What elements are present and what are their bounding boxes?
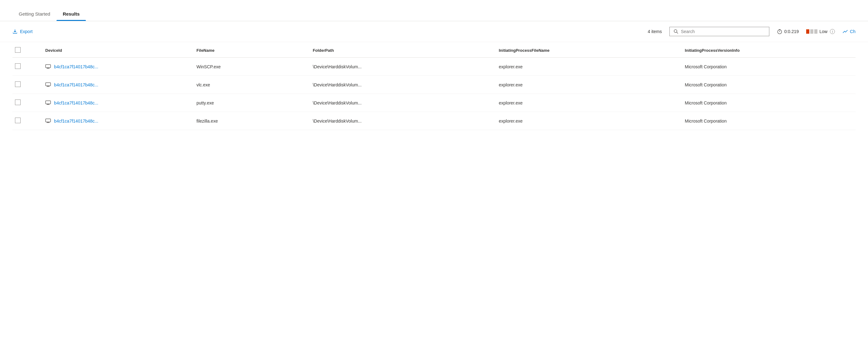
device-icon — [45, 82, 51, 87]
header-filename[interactable]: FileName — [193, 42, 309, 58]
header-folderpath[interactable]: FolderPath — [309, 42, 495, 58]
header-initiatingprocessfilename[interactable]: InitiatingProcessFileName — [495, 42, 681, 58]
row-filename-0: WinSCP.exe — [193, 58, 309, 76]
table-row: b4cf1ca7f14017b48c... vlc.exe \Device\Ha… — [12, 76, 856, 94]
table-row: b4cf1ca7f14017b48c... WinSCP.exe \Device… — [12, 58, 856, 76]
tab-bar: Getting Started Results — [0, 0, 868, 21]
device-link-1[interactable]: b4cf1ca7f14017b48c... — [54, 82, 98, 87]
table-container: DeviceId FileName FolderPath InitiatingP… — [0, 42, 868, 130]
row-deviceid-2: b4cf1ca7f14017b48c... — [41, 94, 193, 112]
header-deviceid[interactable]: DeviceId — [41, 42, 193, 58]
info-icon[interactable]: i — [830, 29, 835, 34]
search-input[interactable] — [681, 29, 765, 34]
row-checkbox-1[interactable] — [15, 81, 21, 87]
device-icon — [45, 64, 51, 69]
select-all-checkbox[interactable] — [15, 47, 21, 53]
device-link-2[interactable]: b4cf1ca7f14017b48c... — [54, 100, 98, 105]
device-link-3[interactable]: b4cf1ca7f14017b48c... — [54, 118, 98, 124]
device-icon — [45, 118, 51, 124]
row-checkbox-3[interactable] — [15, 117, 21, 123]
row-versioninfo-0: Microsoft Corporation — [681, 58, 856, 76]
row-checkbox-cell — [12, 94, 41, 112]
header-checkbox-cell — [12, 42, 41, 58]
severity-bars — [806, 29, 817, 34]
row-deviceid-3: b4cf1ca7f14017b48c... — [41, 112, 193, 130]
tab-getting-started[interactable]: Getting Started — [12, 7, 57, 21]
severity-bar-2 — [810, 29, 813, 34]
table-header-row: DeviceId FileName FolderPath InitiatingP… — [12, 42, 856, 58]
row-checkbox-cell — [12, 58, 41, 76]
row-deviceid-0: b4cf1ca7f14017b48c... — [41, 58, 193, 76]
table-row: b4cf1ca7f14017b48c... filezilla.exe \Dev… — [12, 112, 856, 130]
row-initiatingprocess-2: explorer.exe — [495, 94, 681, 112]
svg-rect-2 — [45, 65, 51, 68]
severity-bar-1 — [806, 29, 809, 34]
export-button[interactable]: Export — [12, 29, 32, 34]
severity-label: Low — [819, 29, 828, 34]
row-filename-2: putty.exe — [193, 94, 309, 112]
row-checkbox-cell — [12, 76, 41, 94]
row-checkbox-0[interactable] — [15, 63, 21, 69]
svg-rect-3 — [45, 83, 51, 86]
chart-button[interactable]: Ch — [842, 29, 856, 34]
severity-bar-3 — [814, 29, 817, 34]
row-versioninfo-3: Microsoft Corporation — [681, 112, 856, 130]
row-filename-1: vlc.exe — [193, 76, 309, 94]
row-deviceid-1: b4cf1ca7f14017b48c... — [41, 76, 193, 94]
toolbar: Export 4 items 0:0.219 — [0, 21, 868, 42]
timer-info: 0:0.219 — [777, 29, 799, 34]
row-folderpath-0: \Device\HarddiskVolum... — [309, 58, 495, 76]
row-filename-3: filezilla.exe — [193, 112, 309, 130]
row-versioninfo-2: Microsoft Corporation — [681, 94, 856, 112]
device-icon — [45, 100, 51, 105]
row-initiatingprocess-3: explorer.exe — [495, 112, 681, 130]
row-folderpath-1: \Device\HarddiskVolum... — [309, 76, 495, 94]
tab-results[interactable]: Results — [57, 7, 86, 21]
row-folderpath-3: \Device\HarddiskVolum... — [309, 112, 495, 130]
row-checkbox-2[interactable] — [15, 100, 21, 105]
app-container: Getting Started Results Export 4 items — [0, 0, 868, 340]
row-initiatingprocess-0: explorer.exe — [495, 58, 681, 76]
row-checkbox-cell — [12, 112, 41, 130]
results-table: DeviceId FileName FolderPath InitiatingP… — [12, 42, 856, 130]
row-initiatingprocess-1: explorer.exe — [495, 76, 681, 94]
search-box[interactable] — [670, 27, 769, 36]
search-icon — [674, 29, 679, 34]
header-initiatingprocessversioninfo[interactable]: InitiatingProcessVersionInfo — [681, 42, 856, 58]
items-count: 4 items — [648, 29, 662, 34]
row-folderpath-2: \Device\HarddiskVolum... — [309, 94, 495, 112]
chart-icon — [842, 29, 848, 34]
row-versioninfo-1: Microsoft Corporation — [681, 76, 856, 94]
svg-rect-5 — [45, 119, 51, 122]
severity-indicator: Low i — [806, 29, 835, 34]
export-icon — [12, 29, 18, 34]
device-link-0[interactable]: b4cf1ca7f14017b48c... — [54, 64, 98, 69]
table-row: b4cf1ca7f14017b48c... putty.exe \Device\… — [12, 94, 856, 112]
timer-icon — [777, 29, 782, 34]
svg-rect-4 — [45, 101, 51, 104]
